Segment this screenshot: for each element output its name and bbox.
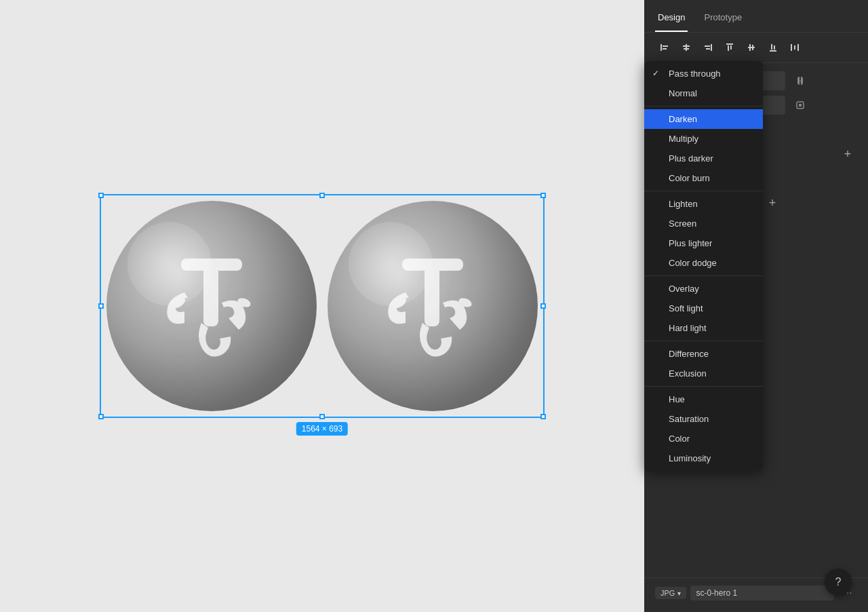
handle-bottom-left[interactable] bbox=[98, 414, 104, 419]
svg-rect-9 bbox=[663, 45, 668, 47]
svg-rect-28 bbox=[794, 45, 795, 50]
glyph-left bbox=[106, 201, 317, 411]
help-button[interactable]: ? bbox=[825, 569, 852, 596]
dropdown-item-color[interactable]: Color bbox=[644, 429, 763, 448]
dropdown-item-plus-lighter[interactable]: Plus lighter bbox=[644, 233, 763, 253]
dropdown-item-darken[interactable]: Darken bbox=[644, 109, 763, 129]
svg-rect-16 bbox=[706, 48, 710, 50]
svg-rect-5 bbox=[402, 259, 463, 271]
selection-wrapper: 1564 × 693 bbox=[100, 194, 545, 418]
canvas-area: 1564 × 693 bbox=[0, 0, 644, 612]
svg-rect-1 bbox=[181, 259, 242, 271]
dropdown-item-color-burn[interactable]: Color burn bbox=[644, 168, 763, 188]
svg-rect-24 bbox=[771, 44, 772, 50]
svg-rect-30 bbox=[799, 104, 802, 107]
dropdown-item-hard-light[interactable]: Hard light bbox=[644, 318, 763, 338]
handle-top-left[interactable] bbox=[98, 193, 104, 198]
tab-design[interactable]: Design bbox=[655, 4, 688, 32]
svg-rect-10 bbox=[663, 48, 667, 50]
dropdown-item-saturation[interactable]: Saturation bbox=[644, 409, 763, 429]
align-left-icon[interactable] bbox=[655, 38, 674, 57]
svg-rect-14 bbox=[711, 44, 712, 51]
export-filename: sc-0-hero 1 bbox=[690, 586, 834, 600]
dropdown-item-normal[interactable]: Normal bbox=[644, 83, 763, 103]
svg-rect-11 bbox=[686, 44, 687, 51]
dropdown-divider bbox=[644, 106, 763, 107]
handle-left-mid[interactable] bbox=[98, 303, 104, 309]
right-panel: Design Prototype bbox=[644, 0, 868, 612]
dropdown-divider bbox=[644, 191, 763, 191]
svg-rect-13 bbox=[684, 48, 689, 50]
svg-rect-8 bbox=[660, 44, 662, 51]
export-format-label: JPG bbox=[660, 589, 675, 597]
dropdown-item-overlay[interactable]: Overlay bbox=[644, 279, 763, 299]
svg-rect-12 bbox=[683, 45, 690, 47]
svg-rect-22 bbox=[752, 45, 753, 50]
export-format-badge[interactable]: JPG ▾ bbox=[655, 587, 686, 599]
svg-rect-17 bbox=[726, 43, 733, 45]
dropdown-item-difference[interactable]: Difference bbox=[644, 344, 763, 364]
align-right-icon[interactable] bbox=[698, 38, 717, 57]
dropdown-divider bbox=[644, 275, 763, 276]
dropdown-item-color-dodge[interactable]: Color dodge bbox=[644, 253, 763, 273]
dropdown-item-pass-through[interactable]: Pass through bbox=[644, 64, 763, 83]
dropdown-item-luminosity[interactable]: Luminosity bbox=[644, 448, 763, 468]
align-center-h-icon[interactable] bbox=[677, 38, 696, 57]
dropdown-item-soft-light[interactable]: Soft light bbox=[644, 299, 763, 318]
dropdown-item-exclusion[interactable]: Exclusion bbox=[644, 364, 763, 383]
svg-rect-26 bbox=[791, 44, 792, 51]
dropdown-item-screen[interactable]: Screen bbox=[644, 214, 763, 233]
align-bottom-icon[interactable] bbox=[764, 38, 783, 57]
panel-tabs: Design Prototype bbox=[644, 0, 868, 33]
dropdown-item-plus-darker[interactable]: Plus darker bbox=[644, 149, 763, 168]
dropdown-divider bbox=[644, 341, 763, 341]
handle-bottom-mid[interactable] bbox=[319, 414, 325, 419]
blend-mode-dropdown: Pass throughNormalDarkenMultiplyPlus dar… bbox=[644, 61, 763, 471]
svg-rect-21 bbox=[749, 44, 751, 51]
handle-top-right[interactable] bbox=[540, 193, 546, 198]
distribute-icon[interactable] bbox=[785, 38, 804, 57]
svg-rect-19 bbox=[730, 45, 732, 50]
circle-image-left bbox=[106, 201, 317, 411]
svg-rect-25 bbox=[774, 45, 775, 50]
dropdown-divider bbox=[644, 386, 763, 387]
svg-rect-27 bbox=[797, 44, 799, 51]
align-top-icon[interactable] bbox=[720, 38, 739, 57]
handle-right-mid[interactable] bbox=[540, 303, 546, 309]
glyph-right bbox=[328, 201, 538, 411]
alignment-toolbar bbox=[644, 33, 868, 63]
svg-rect-20 bbox=[748, 47, 755, 48]
format-chevron-icon: ▾ bbox=[677, 590, 681, 597]
handle-bottom-right[interactable] bbox=[540, 414, 546, 419]
constrain-icon[interactable] bbox=[791, 96, 810, 115]
add-layer-icon[interactable]: + bbox=[838, 145, 857, 164]
circle-image-right bbox=[328, 201, 538, 411]
handle-top-mid[interactable] bbox=[319, 193, 325, 198]
size-label: 1564 × 693 bbox=[296, 422, 348, 436]
selection-box: 1564 × 693 bbox=[100, 194, 545, 418]
link-dimensions-icon[interactable] bbox=[791, 71, 810, 90]
svg-rect-23 bbox=[770, 50, 776, 52]
svg-rect-15 bbox=[705, 45, 710, 47]
svg-rect-18 bbox=[728, 45, 729, 51]
dropdown-item-hue[interactable]: Hue bbox=[644, 389, 763, 409]
add-layer-2-icon[interactable]: + bbox=[763, 193, 782, 212]
tab-prototype[interactable]: Prototype bbox=[701, 4, 745, 32]
align-center-v-icon[interactable] bbox=[742, 38, 761, 57]
dropdown-item-multiply[interactable]: Multiply bbox=[644, 129, 763, 149]
dropdown-item-lighten[interactable]: Lighten bbox=[644, 194, 763, 214]
